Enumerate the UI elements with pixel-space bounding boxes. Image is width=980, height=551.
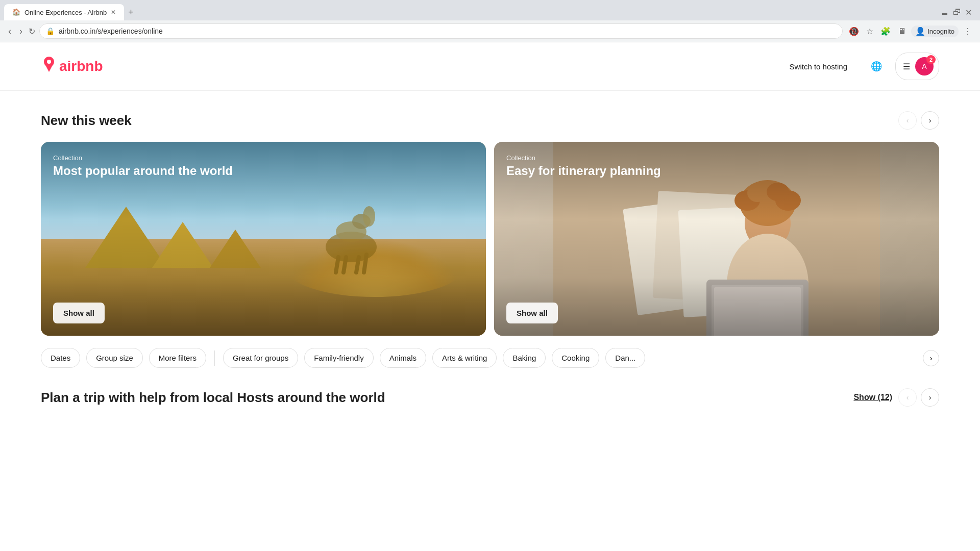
cards-container: Collection Most popular around the world… <box>41 142 939 336</box>
filter-dates[interactable]: Dates <box>41 348 80 368</box>
language-button[interactable]: 🌐 <box>866 56 887 77</box>
collection-label-2: Collection <box>506 154 927 162</box>
filter-arts-writing[interactable]: Arts & writing <box>432 348 497 368</box>
show-all-button-2[interactable]: Show all <box>506 303 558 323</box>
plan-nav-arrows: ‹ › <box>898 388 939 407</box>
browser-chrome: 🏠 Online Experiences - Airbnb ✕ + 🗕 🗗 ✕ … <box>0 0 980 42</box>
plan-section-title: Plan a trip with help from local Hosts a… <box>41 390 385 406</box>
filters-bar: Dates Group size More filters Great for … <box>41 336 939 380</box>
new-this-week-section: New this week ‹ › <box>41 111 939 336</box>
active-tab[interactable]: 🏠 Online Experiences - Airbnb ✕ <box>4 4 124 20</box>
toolbar-actions: 📵 ☆ 🧩 🖥 👤 Incognito ⋮ <box>847 24 974 38</box>
filter-cooking[interactable]: Cooking <box>552 348 599 368</box>
filter-group-size[interactable]: Group size <box>86 348 143 368</box>
main-content: New this week ‹ › <box>0 91 980 435</box>
address-text: airbnb.co.in/s/experiences/online <box>59 27 836 35</box>
bookmark-button[interactable]: ☆ <box>864 24 875 38</box>
plan-next-arrow[interactable]: › <box>921 388 939 407</box>
new-tab-button[interactable]: + <box>124 5 138 20</box>
forward-button[interactable]: › <box>17 24 24 39</box>
filter-baking[interactable]: Baking <box>503 348 546 368</box>
browser-toolbar: ‹ › ↻ 🔒 airbnb.co.in/s/experiences/onlin… <box>0 20 980 42</box>
tab-title: Online Experiences - Airbnb <box>24 9 107 16</box>
tab-favicon: 🏠 <box>12 8 20 16</box>
back-button[interactable]: ‹ <box>6 24 13 39</box>
next-arrow-button[interactable]: › <box>921 111 939 130</box>
window-controls: 🗕 🗗 ✕ <box>941 8 976 17</box>
avatar-initial: A <box>922 62 926 70</box>
plan-prev-arrow[interactable]: ‹ <box>898 388 917 407</box>
notification-badge: 2 <box>926 55 936 64</box>
cast-button[interactable]: 🖥 <box>896 24 908 38</box>
refresh-button[interactable]: ↻ <box>29 27 35 36</box>
plan-section-header: Plan a trip with help from local Hosts a… <box>41 388 939 407</box>
profile-name: Incognito <box>927 28 954 35</box>
card-top-1: Collection Most popular around the world <box>53 154 474 179</box>
filter-animals[interactable]: Animals <box>380 348 426 368</box>
show-count-link[interactable]: Show (12) <box>853 393 892 402</box>
show-all-button-1[interactable]: Show all <box>53 303 105 323</box>
filter-family-friendly[interactable]: Family-friendly <box>304 348 374 368</box>
card-title-2: Easy for itinerary planning <box>506 164 758 179</box>
collection-card-2[interactable]: Collection Easy for itinerary planning S… <box>494 142 939 336</box>
card-top-2: Collection Easy for itinerary planning <box>506 154 927 179</box>
card-content-2: Collection Easy for itinerary planning S… <box>494 142 939 336</box>
show-count-area: Show (12) ‹ › <box>853 388 939 407</box>
card-title-1: Most popular around the world <box>53 164 305 179</box>
plan-a-trip-section: Plan a trip with help from local Hosts a… <box>41 380 939 415</box>
extensions-button[interactable]: 🧩 <box>878 24 893 38</box>
section-title: New this week <box>41 113 132 129</box>
section-header: New this week ‹ › <box>41 111 939 130</box>
collection-card-1[interactable]: Collection Most popular around the world… <box>41 142 486 336</box>
site-header: airbnb Switch to hosting 🌐 ☰ A 2 <box>0 42 980 91</box>
profile-icon: 👤 <box>915 27 925 36</box>
lock-icon: 🔒 <box>46 27 55 35</box>
logo-text: airbnb <box>59 58 103 74</box>
profile-area[interactable]: 👤 Incognito <box>911 26 959 37</box>
chrome-menu-button[interactable]: ⋮ <box>962 24 974 38</box>
switch-to-hosting-button[interactable]: Switch to hosting <box>779 55 857 78</box>
filters-scroll-right-button[interactable]: › <box>923 350 939 366</box>
avatar: A 2 <box>915 57 934 76</box>
camera-off-button[interactable]: 📵 <box>847 24 861 38</box>
filter-more-filters[interactable]: More filters <box>149 348 206 368</box>
close-window-button[interactable]: ✕ <box>965 8 972 17</box>
minimize-button[interactable]: 🗕 <box>941 8 949 17</box>
filter-dance[interactable]: Dan... <box>605 348 645 368</box>
card-content-1: Collection Most popular around the world… <box>41 142 486 336</box>
collection-label-1: Collection <box>53 154 474 162</box>
logo-icon <box>41 56 57 77</box>
header-right: Switch to hosting 🌐 ☰ A 2 <box>779 53 939 80</box>
address-bar[interactable]: 🔒 airbnb.co.in/s/experiences/online <box>39 23 843 39</box>
tab-bar: 🏠 Online Experiences - Airbnb ✕ + 🗕 🗗 ✕ <box>0 0 980 20</box>
filter-divider <box>214 350 215 366</box>
close-tab-button[interactable]: ✕ <box>111 9 116 16</box>
filter-great-for-groups[interactable]: Great for groups <box>223 348 298 368</box>
restore-button[interactable]: 🗗 <box>953 8 961 17</box>
user-menu-button[interactable]: ☰ A 2 <box>895 53 939 80</box>
prev-arrow-button[interactable]: ‹ <box>898 111 917 130</box>
nav-arrows: ‹ › <box>898 111 939 130</box>
logo[interactable]: airbnb <box>41 56 103 77</box>
hamburger-icon: ☰ <box>903 62 910 71</box>
